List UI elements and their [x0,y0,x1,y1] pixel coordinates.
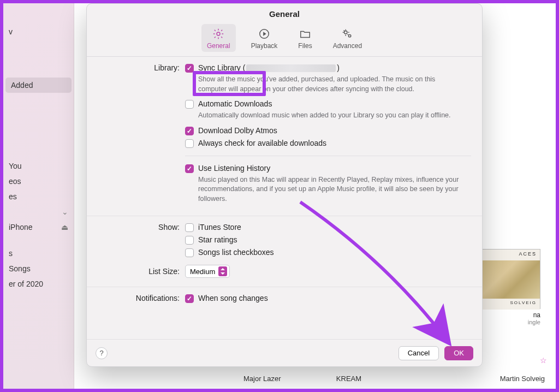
dialog-title: General [87,4,482,22]
checkbox-listening-history[interactable] [185,164,194,173]
artist-name[interactable]: Martin Solveig [429,375,545,383]
section-show: Show: iTunes Store Star ratings Songs li… [87,216,482,287]
sidebar-item[interactable]: v [3,24,74,39]
artist-name[interactable]: Major Lazer [243,375,336,383]
checkbox-always-check[interactable] [185,139,194,148]
tab-label: Playback [251,42,278,50]
artist-row: Major Lazer KREAM Martin Solveig [243,375,545,383]
tab-label: Files [298,42,312,50]
tab-playback[interactable]: Playback [246,24,283,52]
tab-bar: General Playback Files Advanced [87,22,482,56]
cancel-button[interactable]: Cancel [399,346,439,360]
label-always-check: Always check for available downloads [198,139,326,147]
desc-automatic-downloads: Automatically download music when added … [198,111,460,121]
label-dolby-atmos: Download Dolby Atmos [198,126,277,135]
album-title: na [480,311,540,319]
select-value: Medium [190,268,215,276]
sidebar-item[interactable]: Songs [3,261,74,276]
section-label-listsize: List Size: [87,267,185,276]
sidebar-item[interactable]: eos [3,174,74,189]
label-listening-history: Use Listening History [198,164,270,173]
album-art: ACES SOLVEIG [480,249,540,309]
sidebar-item[interactable] [3,9,74,24]
sidebar-item[interactable]: er of 2020 [3,276,74,292]
folder-icon [299,27,312,40]
sidebar-item[interactable]: You [3,158,74,174]
sidebar-item[interactable]: es [3,189,74,204]
gear-icon [212,27,225,40]
checkbox-dolby-atmos[interactable] [185,127,194,135]
label-itunes-store: iTunes Store [198,223,241,231]
label-songs-list: Songs list checkboxes [198,248,274,257]
section-label-notifications: Notifications: [87,294,185,305]
tab-advanced[interactable]: Advanced [328,24,367,52]
album-top-text: ACES [481,250,540,260]
tab-files[interactable]: Files [293,24,317,52]
sidebar-item[interactable] [3,93,74,158]
play-circle-icon [258,27,271,40]
chevron-down-icon: ⌄ [62,207,68,216]
sidebar-item[interactable] [3,39,74,78]
label-star-ratings: Star ratings [198,235,237,244]
album-subtitle: ingle [480,319,540,325]
svg-point-0 [217,32,220,35]
section-library: Library: Sync Library () Show all the mu… [87,57,482,216]
checkbox-automatic-downloads[interactable] [185,100,194,109]
sidebar-item[interactable]: ⌄ [3,204,74,219]
sidebar: v Added You eos es ⌄ iPhone⏏ s Songs er … [3,3,74,389]
tab-general[interactable]: General [201,24,236,52]
checkbox-sync-library[interactable] [185,64,194,73]
checkbox-star-ratings[interactable] [185,236,194,245]
updown-icon [218,266,227,276]
eject-icon[interactable]: ⏏ [61,223,68,231]
checkbox-songs-list[interactable] [185,248,194,257]
section-notifications: Notifications: When song changes [87,287,482,312]
star-icon[interactable]: ☆ [540,356,547,365]
dialog-footer: ? Cancel OK [87,339,482,366]
artist-name[interactable]: KREAM [336,375,429,383]
double-gear-icon [341,27,354,40]
section-label: Library: [87,63,185,209]
preferences-dialog: General General Playback Files Advanced … [86,3,483,367]
sidebar-item-added[interactable]: Added [5,78,72,93]
checkbox-song-changes[interactable] [185,294,194,303]
svg-point-3 [349,34,351,37]
sidebar-item-iphone[interactable]: iPhone⏏ [3,219,74,235]
svg-point-2 [344,31,348,34]
tab-label: General [207,42,230,50]
sidebar-item[interactable]: s [3,246,74,261]
checkbox-itunes-store[interactable] [185,223,194,232]
ok-button[interactable]: OK [444,346,473,360]
desc-sync-library: Show all the music you've added, purchas… [198,75,460,94]
sidebar-item[interactable] [3,235,74,246]
tab-label: Advanced [333,42,362,50]
label-sync-library: Sync Library () [198,63,340,72]
album-bottom-text: SOLVEIG [481,299,540,310]
redacted-account [246,64,336,72]
help-button[interactable]: ? [96,347,108,359]
desc-listening-history: Music played on this Mac will appear in … [198,175,460,204]
label-automatic-downloads: Automatic Downloads [198,99,272,108]
section-label-show: Show: [87,223,185,259]
select-list-size[interactable]: Medium [185,265,230,278]
label-song-changes: When song changes [198,294,268,302]
